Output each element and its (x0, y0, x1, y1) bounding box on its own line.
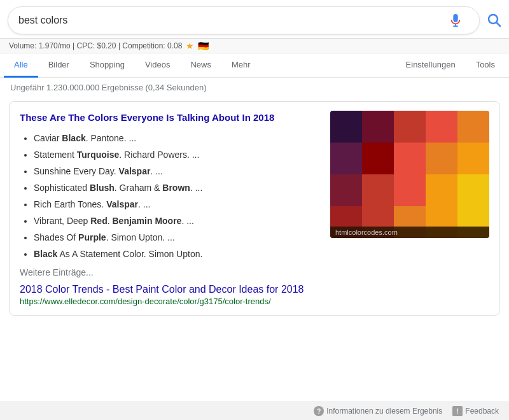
result-url: https://www.elledecor.com/design-decorat… (20, 297, 320, 306)
color-block (330, 174, 362, 206)
image-caption: htmlcolorcodes.com (330, 227, 489, 238)
color-block (394, 111, 426, 143)
tab-shopping[interactable]: Shopping (80, 53, 135, 78)
list-item: Vibrant, Deep Red. Benjamin Moore. ... (34, 214, 320, 228)
flag-icon: 🇩🇪 (198, 41, 209, 51)
result-list: Caviar Black. Pantone. ... Statement Tur… (20, 132, 320, 261)
list-item: Sunshine Every Day. Valspar. ... (34, 165, 320, 178)
list-item: Shades Of Purple. Simon Upton. ... (34, 231, 320, 244)
info-icon: ? (314, 406, 324, 416)
nav-right: Einstellungen Tools (396, 53, 505, 77)
result-card-title[interactable]: These Are The Colors Everyone Is Talking… (20, 111, 320, 124)
tab-news[interactable]: News (180, 53, 221, 78)
star-icon: ★ (186, 41, 194, 51)
list-item: Black As A Statement Color. Simon Upton. (34, 248, 320, 261)
color-strip-3 (394, 111, 426, 238)
color-block (457, 174, 489, 206)
more-entries[interactable]: Weitere Einträge... (20, 267, 320, 277)
seo-text: Volume: 1.970/mo | CPC: $0.20 | Competit… (9, 41, 182, 50)
list-item: Sophisticated Blush. Graham & Brown. ... (34, 181, 320, 195)
search-input[interactable] (18, 15, 449, 26)
tab-tools[interactable]: Tools (466, 53, 505, 78)
page-footer: ? Informationen zu diesem Ergebnis ! Fee… (0, 402, 509, 420)
result-text-area: These Are The Colors Everyone Is Talking… (20, 111, 320, 306)
color-strip-2 (362, 111, 394, 238)
color-block (330, 143, 362, 174)
color-block (426, 174, 457, 206)
color-block (426, 111, 457, 143)
footer-info-text: Informationen zu diesem Ergebnis (326, 407, 442, 416)
search-bar-container (0, 0, 509, 39)
color-strip-4 (426, 111, 457, 238)
mic-icon[interactable] (449, 13, 463, 27)
color-strip-5 (457, 111, 489, 238)
color-block (362, 174, 394, 206)
tab-videos[interactable]: Videos (135, 53, 181, 78)
seo-bar: Volume: 1.970/mo | CPC: $0.20 | Competit… (0, 39, 509, 53)
color-block (362, 143, 394, 174)
tab-einstellungen[interactable]: Einstellungen (396, 53, 466, 78)
color-block (394, 143, 426, 174)
footer-info[interactable]: ? Informationen zu diesem Ergebnis (314, 406, 442, 416)
search-button[interactable] (486, 12, 501, 29)
search-input-wrapper (8, 6, 480, 34)
feedback-icon: ! (452, 406, 463, 416)
color-block (362, 111, 394, 143)
result-card: These Are The Colors Everyone Is Talking… (9, 101, 500, 316)
footer-feedback[interactable]: ! Feedback (452, 406, 499, 416)
list-item: Caviar Black. Pantone. ... (34, 132, 320, 145)
result-link-title[interactable]: 2018 Color Trends - Best Paint Color and… (20, 284, 320, 295)
color-block (457, 111, 489, 143)
color-block (426, 143, 457, 174)
color-strips (330, 111, 489, 238)
search-icon (486, 12, 501, 27)
color-block (330, 111, 362, 143)
tab-mehr[interactable]: Mehr (221, 53, 261, 78)
color-image: htmlcolorcodes.com (330, 111, 489, 238)
color-block (394, 174, 426, 206)
svg-line-3 (497, 22, 501, 26)
footer-feedback-text: Feedback (465, 407, 499, 416)
list-item: Statement Turquoise. Richard Powers. ... (34, 148, 320, 162)
tab-bilder[interactable]: Bilder (38, 53, 80, 78)
nav-tabs: Alle Bilder Shopping Videos News Mehr Ei… (0, 53, 509, 78)
tab-alle[interactable]: Alle (4, 53, 38, 78)
color-block (457, 143, 489, 174)
list-item: Rich Earth Tones. Valspar. ... (34, 198, 320, 211)
color-strip-1 (330, 111, 362, 238)
results-count: Ungefähr 1.230.000.000 Ergebnisse (0,34 … (0, 78, 509, 97)
